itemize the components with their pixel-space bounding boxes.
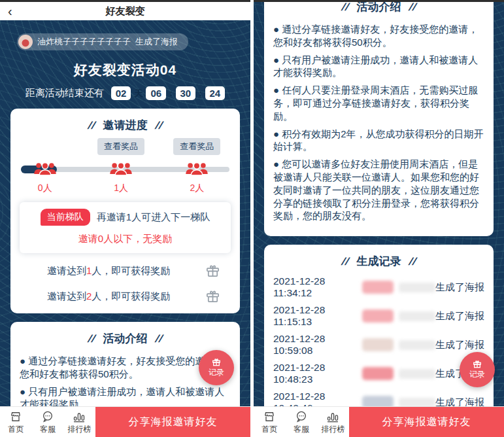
- nav-item-home[interactable]: 首页: [254, 407, 286, 437]
- slash-deco-icon: //: [87, 120, 97, 131]
- gift-icon[interactable]: [205, 264, 220, 279]
- records-title: 生成记录: [357, 254, 401, 269]
- nav-label-service: 客服: [294, 424, 309, 435]
- milestone-label-0: 0人: [38, 183, 52, 194]
- bottom-nav: 首页 客服 排行榜 分享海: [254, 406, 504, 437]
- countdown: 距离活动结束还有 02 天 06 : 30 : 24: [0, 86, 250, 100]
- milestone-labels: 0人 1人 2人: [20, 183, 231, 196]
- record-row: 2021-12-28 11:15:13 生成了海报: [273, 302, 484, 330]
- reward-prefix: 邀请达到: [47, 290, 86, 302]
- ticker-user: 油炸桃子子子子子子子子: [37, 36, 131, 48]
- screen-activity-scrolled: // 活动介绍 // ● 通过分享链接邀请好友，好友接受您的邀请，您和好友都将获…: [254, 0, 504, 437]
- name-blur-blob: [362, 309, 394, 323]
- ticker-action: 生成了海报: [135, 36, 178, 48]
- share-poster-button[interactable]: 分享海报邀请好友: [95, 407, 250, 437]
- redacted-name: [362, 338, 435, 351]
- page-title: 好友裂变: [106, 5, 145, 18]
- nav-item-home[interactable]: 首页: [0, 407, 32, 437]
- shop-icon: [9, 410, 22, 423]
- record-time: 2021-12-28 11:34:12: [273, 275, 362, 299]
- record-time: 2021-12-28 11:15:13: [273, 304, 362, 328]
- share-poster-button[interactable]: 分享海报邀请好友: [349, 407, 504, 437]
- nav-item-rank[interactable]: 排行榜: [317, 407, 349, 437]
- name-blur-blob: [399, 311, 435, 321]
- name-blur-blob: [399, 369, 435, 379]
- slash-deco-icon: //: [341, 2, 350, 13]
- record-float-button[interactable]: 记录: [199, 350, 234, 385]
- record-time: 2021-12-28 10:59:08: [273, 333, 362, 357]
- users-group-icon: [185, 160, 209, 177]
- slash-deco-icon: //: [154, 120, 164, 131]
- intro-bullet: ● 任何人只要注册登录周末酒店，无需购买过服务，即可通过分享链接邀请好友，获得积…: [273, 84, 484, 122]
- nav-item-service[interactable]: 客服: [32, 407, 64, 437]
- reward-text: 邀请达到2人，即可获得奖励: [47, 290, 170, 303]
- screen-activity-top: ‹ 好友裂变 油炸桃子子子子子子子子 生成了海报 好友裂变活动04 距离活动结束…: [0, 0, 250, 437]
- record-action: 生成了海报: [435, 310, 484, 323]
- reward-row: 邀请达到2人，即可获得奖励: [20, 289, 231, 304]
- poster-ticker: 油炸桃子子子子子子子子 生成了海报: [17, 33, 188, 50]
- card-title-activity-intro: // 活动介绍 //: [20, 328, 231, 350]
- view-prize-button-1[interactable]: 查看奖品: [97, 138, 144, 155]
- users-group-icon: [109, 160, 133, 177]
- nav-label-rank: 排行榜: [321, 424, 344, 435]
- view-prize-button-2[interactable]: 查看奖品: [173, 138, 220, 155]
- record-row: 2021-12-28 11:34:12 生成了海报: [273, 273, 484, 302]
- app-bar: ‹ 好友裂变: [0, 2, 250, 20]
- record-row: 2021-12-28 10:48:23 生成了海报: [273, 359, 484, 388]
- slash-deco-icon: //: [408, 2, 418, 13]
- chat-icon: [295, 410, 308, 423]
- reward-suffix: 人，即可获得奖励: [92, 290, 170, 302]
- nav-label-rank: 排行榜: [67, 424, 91, 435]
- countdown-seconds: 24: [205, 86, 226, 100]
- countdown-label: 距离活动结束还有: [25, 87, 104, 99]
- card-title-records: // 生成记录 //: [273, 251, 484, 273]
- record-action: 生成了海报: [435, 339, 484, 351]
- nav-item-rank[interactable]: 排行榜: [63, 407, 95, 437]
- card-title-invite-progress: // 邀请进度 //: [20, 115, 231, 137]
- current-tier-box: 当前梯队 再邀请1人可进入下一梯队 邀请0人以下，无奖励: [20, 202, 231, 253]
- record-float-label: 记录: [469, 369, 485, 380]
- countdown-colon: :: [169, 88, 172, 98]
- invite-progress-title: 邀请进度: [103, 118, 148, 133]
- redacted-name: [362, 281, 435, 294]
- record-time: 2021-12-28 10:48:23: [273, 362, 362, 385]
- name-blur-blob: [362, 338, 394, 351]
- nav-item-group: 首页 客服 排行榜: [0, 407, 95, 437]
- current-tier-badge: 当前梯队: [41, 209, 90, 226]
- progress-bar: [20, 159, 231, 181]
- countdown-hours: 06: [146, 86, 166, 100]
- gift-icon: [472, 359, 482, 370]
- record-row: 2021-12-28 10:59:08 生成了海报: [273, 330, 484, 359]
- slash-deco-icon: //: [154, 333, 164, 345]
- record-float-button[interactable]: 记录: [460, 352, 495, 387]
- card-title-activity-intro: // 活动介绍 //: [273, 2, 484, 18]
- intro-bullet: ● 只有用户被邀请注册成功，邀请人和被邀请人才能获得奖励。: [273, 54, 484, 80]
- reward-text: 邀请达到1人，即可获得奖励: [47, 265, 170, 277]
- redacted-name: [362, 309, 435, 323]
- name-blur-blob: [399, 283, 435, 292]
- nav-item-group: 首页 客服 排行榜: [254, 407, 349, 437]
- name-blur-blob: [362, 281, 394, 294]
- gift-icon[interactable]: [205, 289, 220, 304]
- ticker-avatar: [18, 35, 33, 49]
- users-group-icon: [33, 160, 57, 177]
- name-blur-blob: [362, 367, 394, 380]
- nav-item-service[interactable]: 客服: [286, 407, 318, 437]
- intro-bullet: ● 您可以邀请多位好友注册使用周末酒店，但是被邀请人只能关联一位邀请人。如果您和…: [273, 158, 484, 222]
- activity-title: 好友裂变活动04: [0, 61, 250, 79]
- countdown-day-unit: 天: [134, 88, 143, 99]
- slash-deco-icon: //: [341, 256, 350, 268]
- countdown-colon: :: [199, 88, 201, 98]
- redacted-name: [362, 367, 435, 380]
- two-screen-composite: ‹ 好友裂变 油炸桃子子子子子子子子 生成了海报 好友裂变活动04 距离活动结束…: [0, 0, 504, 437]
- tier-line: 当前梯队 再邀请1人可进入下一梯队: [25, 209, 226, 226]
- shop-icon: [263, 410, 276, 423]
- nav-label-home: 首页: [261, 424, 277, 435]
- ranking-chart-icon: [73, 410, 86, 423]
- bottom-nav: 首页 客服 排行榜 分享海: [0, 406, 250, 437]
- ranking-chart-icon: [326, 410, 339, 423]
- reward-row: 邀请达到1人，即可获得奖励: [20, 264, 231, 279]
- milestone-label-2: 2人: [190, 183, 204, 194]
- back-chevron-icon[interactable]: ‹: [8, 3, 12, 20]
- prize-button-row: 查看奖品 查看奖品: [20, 138, 231, 155]
